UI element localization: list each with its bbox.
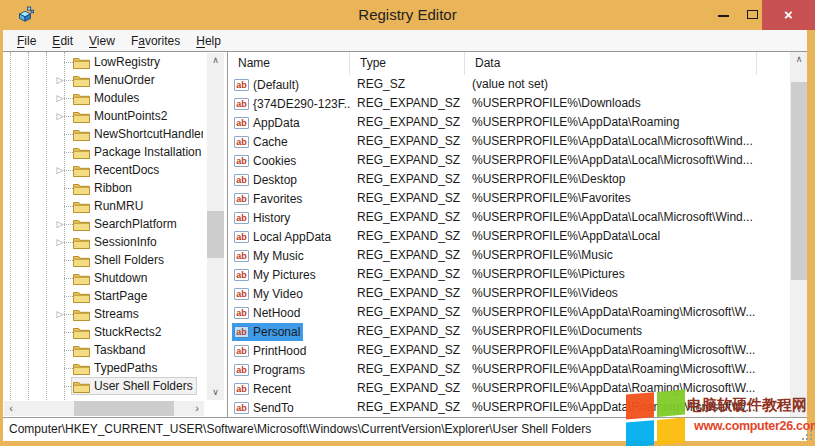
tree-item[interactable]: ▷ Modules	[3, 89, 203, 107]
tree-item[interactable]: ▷ StuckRects2	[3, 323, 203, 341]
tree-item[interactable]: ▷ User Shell Folders	[3, 377, 203, 395]
registry-value-row[interactable]: ab Cache REG_EXPAND_SZ %USERPROFILE%\App…	[228, 132, 790, 151]
registry-value-row[interactable]: ab Cookies REG_EXPAND_SZ %USERPROFILE%\A…	[228, 151, 790, 170]
tree-view: ▷ LowRegistry ▷	[3, 52, 203, 400]
tree-item[interactable]: ▷ LowRegistry	[3, 53, 203, 71]
folder-icon	[73, 128, 90, 141]
tree-item[interactable]: ▷ Taskband	[3, 341, 203, 359]
tree-item-inner: LowRegistry	[71, 53, 164, 71]
tree-item-label: SearchPlatform	[94, 215, 177, 233]
scroll-up-icon[interactable]: ∧	[791, 52, 807, 67]
tree-item[interactable]: ▷ TypedPaths	[3, 359, 203, 377]
resize-grip[interactable]	[800, 428, 812, 440]
tree-vertical-scrollbar[interactable]: ∧ ∨	[207, 53, 224, 400]
registry-value-row[interactable]: ab (Default) REG_SZ (value not set)	[228, 75, 790, 94]
string-value-icon: ab	[234, 231, 249, 243]
tree-item[interactable]: ▷ SessionInfo	[3, 233, 203, 251]
close-icon: ×	[784, 6, 793, 23]
column-header-data[interactable]: Data	[465, 52, 757, 75]
tree-item-inner: Streams	[71, 305, 143, 323]
string-value-icon: ab	[234, 174, 249, 186]
status-path: Computer\HKEY_CURRENT_USER\Software\Micr…	[9, 422, 591, 436]
tree-item[interactable]: ▷ Shutdown	[3, 269, 203, 287]
menu-item-help[interactable]: Help	[188, 34, 229, 48]
tree-horizontal-scrollbar[interactable]: ‹ ›	[4, 401, 204, 416]
close-button[interactable]: ×	[762, 0, 815, 30]
tree-item[interactable]: ▷ RecentDocs	[3, 161, 203, 179]
tree-item-label: Ribbon	[94, 179, 132, 197]
expand-icon[interactable]: ▷	[53, 233, 67, 251]
expand-icon[interactable]: ▷	[53, 89, 67, 107]
expand-icon[interactable]: ▷	[53, 305, 67, 323]
value-name: Cookies	[253, 152, 296, 171]
value-type: REG_EXPAND_SZ	[350, 398, 465, 417]
tree-item[interactable]: ▷ Shell Folders	[3, 251, 203, 269]
folder-icon	[73, 380, 90, 393]
tree-item[interactable]: ▷ RunMRU	[3, 197, 203, 215]
registry-value-row[interactable]: ab Favorites REG_EXPAND_SZ %USERPROFILE%…	[228, 189, 790, 208]
tree-item[interactable]: ▷ MountPoints2	[3, 107, 203, 125]
tree-item-inner: TypedPaths	[71, 359, 161, 377]
value-name-cell: ab PrintHood	[228, 341, 350, 360]
tree-item-inner: Taskband	[71, 341, 149, 359]
string-value-icon: ab	[234, 155, 249, 167]
registry-value-row[interactable]: ab My Pictures REG_EXPAND_SZ %USERPROFIL…	[228, 265, 790, 284]
expand-icon[interactable]: ▷	[53, 107, 67, 125]
registry-value-row[interactable]: ab {374DE290-123F... REG_EXPAND_SZ %USER…	[228, 94, 790, 113]
registry-value-row[interactable]: ab AppData REG_EXPAND_SZ %USERPROFILE%\A…	[228, 113, 790, 132]
value-data: %USERPROFILE%\Music	[465, 246, 757, 265]
value-type: REG_EXPAND_SZ	[350, 341, 465, 360]
scroll-thumb[interactable]	[791, 82, 807, 280]
tree-item[interactable]: ▷ Package Installation	[3, 143, 203, 161]
column-header-name[interactable]: Name	[228, 52, 350, 75]
tree-item[interactable]: ▷ Ribbon	[3, 179, 203, 197]
scroll-down-icon[interactable]: ∨	[207, 385, 224, 400]
registry-value-row[interactable]: ab History REG_EXPAND_SZ %USERPROFILE%\A…	[228, 208, 790, 227]
registry-value-row[interactable]: ab Personal REG_EXPAND_SZ %USERPROFILE%\…	[228, 322, 790, 341]
scroll-up-icon[interactable]: ∧	[207, 53, 224, 68]
tree-item[interactable]: ▷ NewShortcutHandlers	[3, 125, 203, 143]
tree-item-inner: SearchPlatform	[71, 215, 181, 233]
expand-icon[interactable]: ▷	[53, 215, 67, 233]
menu-item-edit[interactable]: Edit	[44, 34, 81, 48]
value-data: %USERPROFILE%\AppData\Roaming\Microsoft\…	[465, 341, 757, 360]
logo-square-red	[626, 392, 654, 419]
tree-item[interactable]: ▷ MenuOrder	[3, 71, 203, 89]
registry-value-row[interactable]: ab Local AppData REG_EXPAND_SZ %USERPROF…	[228, 227, 790, 246]
minimize-button[interactable]	[705, 0, 741, 30]
menu-item-view[interactable]: View	[81, 34, 123, 48]
value-type: REG_EXPAND_SZ	[350, 284, 465, 303]
registry-value-row[interactable]: ab My Music REG_EXPAND_SZ %USERPROFILE%\…	[228, 246, 790, 265]
scroll-left-icon[interactable]: ‹	[4, 401, 18, 416]
tree-item[interactable]: ▷ SearchPlatform	[3, 215, 203, 233]
minimize-icon	[718, 15, 729, 17]
scroll-right-icon[interactable]: ›	[190, 401, 204, 416]
string-value-icon: ab	[234, 117, 249, 129]
expand-icon[interactable]: ▷	[53, 71, 67, 89]
menu-item-file[interactable]: File	[9, 34, 44, 48]
value-type: REG_EXPAND_SZ	[350, 94, 465, 113]
registry-value-row[interactable]: ab NetHood REG_EXPAND_SZ %USERPROFILE%\A…	[228, 303, 790, 322]
maximize-button[interactable]	[741, 0, 763, 30]
expand-icon[interactable]: ▷	[53, 161, 67, 179]
tree-item-label: Streams	[94, 305, 139, 323]
tree-item-inner: StuckRects2	[71, 323, 165, 341]
list-vertical-scrollbar[interactable]: ∧ ∨	[790, 52, 807, 417]
menu-item-favorites[interactable]: Favorites	[123, 34, 188, 48]
registry-value-row[interactable]: ab Desktop REG_EXPAND_SZ %USERPROFILE%\D…	[228, 170, 790, 189]
logo-square-yellow	[657, 417, 685, 444]
titlebar[interactable]: Registry Editor ×	[0, 0, 815, 30]
string-value-icon: ab	[234, 136, 249, 148]
folder-icon	[73, 56, 90, 69]
scroll-thumb[interactable]	[207, 211, 224, 258]
tree-item-label: LowRegistry	[94, 53, 160, 71]
value-data: %USERPROFILE%\Desktop	[465, 170, 757, 189]
column-header-type[interactable]: Type	[350, 52, 465, 75]
registry-value-row[interactable]: ab Programs REG_EXPAND_SZ %USERPROFILE%\…	[228, 360, 790, 379]
tree-item[interactable]: ▷ Streams	[3, 305, 203, 323]
tree-item[interactable]: ▷ StartPage	[3, 287, 203, 305]
value-data: %USERPROFILE%\AppData\Roaming	[465, 113, 757, 132]
registry-value-row[interactable]: ab My Video REG_EXPAND_SZ %USERPROFILE%\…	[228, 284, 790, 303]
registry-value-row[interactable]: ab PrintHood REG_EXPAND_SZ %USERPROFILE%…	[228, 341, 790, 360]
scroll-thumb[interactable]	[74, 401, 174, 416]
